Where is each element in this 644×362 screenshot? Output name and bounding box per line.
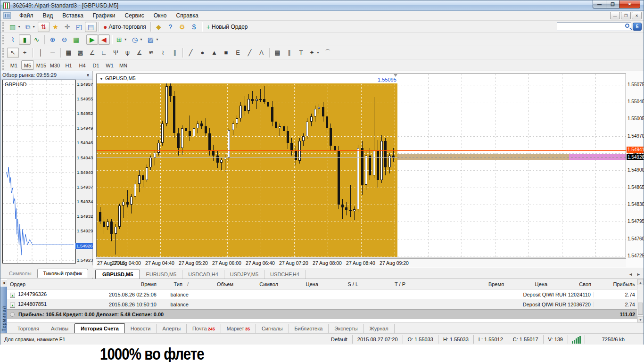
deposit-button[interactable]: $ [188, 22, 200, 32]
scroll-down-icon[interactable]: ▼ [637, 316, 644, 322]
candlestick-chart-button[interactable]: ▮ [19, 34, 31, 45]
column-header-6[interactable]: Цена [281, 281, 321, 287]
crosshair-button[interactable]: + [19, 48, 31, 58]
new-chart-button[interactable]: ▥▼ [7, 22, 23, 32]
terminal-close-icon[interactable]: x [1, 280, 7, 286]
table-row[interactable]: ▲12447963262015.08.26 02:25:06balanceDep… [7, 289, 638, 299]
chevron-down-icon[interactable]: ▼ [99, 77, 103, 81]
timeframe-m30-button[interactable]: M30 [49, 60, 61, 70]
terminal-tab-новости[interactable]: Новости [125, 324, 157, 333]
timeframe-w1-button[interactable]: W1 [103, 60, 116, 70]
fibo-time-zones-button[interactable]: ▩ [74, 48, 86, 58]
line-chart-button[interactable]: ∿ [31, 34, 42, 45]
gann-line-button[interactable]: ∟ [98, 48, 110, 58]
column-header-8[interactable]: T / P [361, 281, 408, 287]
menu-item-файл[interactable]: Файл [15, 11, 38, 20]
terminal-tab-почта[interactable]: Почта245 [187, 324, 221, 333]
terminal-tab-маркет[interactable]: Маркет35 [221, 324, 256, 333]
market-watch-tab-symbols[interactable]: Символы [3, 269, 37, 278]
terminal-tab-эксперты[interactable]: Эксперты [329, 324, 363, 333]
column-header-4[interactable]: Объем [191, 281, 236, 287]
toolbar-grip[interactable] [2, 35, 5, 44]
market-watch-close-icon[interactable]: x [85, 72, 91, 78]
zoom-in-button[interactable]: ⊕ [47, 34, 58, 45]
market-watch-button[interactable]: ⇅ [38, 22, 50, 32]
horizontal-line-button[interactable]: ─ [47, 48, 58, 58]
table-row[interactable]: ▲12448078512015.08.26 10:50:10balanceDep… [7, 299, 638, 309]
timeframe-mn-button[interactable]: MN [117, 60, 130, 70]
rectangle-button[interactable]: ■ [220, 48, 232, 58]
close-button[interactable]: ✕ [619, 0, 640, 8]
fibo-expansion-button[interactable]: Ε [232, 48, 244, 58]
fibo-arcs-button[interactable]: ≀ [157, 48, 169, 58]
menu-item-графики[interactable]: Графики [88, 11, 120, 20]
terminal-tab-журнал[interactable]: Журнал [364, 324, 395, 333]
timeframe-m15-button[interactable]: M15 [35, 60, 48, 70]
column-header-9[interactable]: Время [408, 281, 507, 287]
ellipse-button[interactable]: ● [197, 48, 208, 58]
triangle-button[interactable]: ▲ [208, 48, 220, 58]
tabs-scroll-right-icon[interactable]: ► [636, 272, 641, 277]
data-window-button[interactable]: ◰ [73, 22, 85, 32]
terminal-tab-активы[interactable]: Активы [45, 324, 74, 333]
vertical-line-button[interactable]: │ [35, 48, 47, 58]
new-order-button[interactable]: +Новый Ордер [204, 22, 250, 32]
scroll-up-icon[interactable]: ▲ [637, 279, 644, 285]
eraser-button[interactable]: ◆ [153, 22, 165, 32]
menu-item-вид[interactable]: Вид [38, 11, 58, 20]
navigator-button[interactable]: ★ [50, 22, 61, 32]
fibo-fan-button[interactable]: ≋ [145, 48, 157, 58]
trendline-button[interactable]: ╱ [244, 48, 256, 58]
chart-window-icon[interactable] [3, 12, 11, 19]
toolbar-grip[interactable] [2, 60, 5, 70]
chart-tab-usdchf-h4[interactable]: USDCHF,H4 [264, 270, 305, 279]
andrews-pitchfork-button[interactable]: Ψ [110, 48, 122, 58]
bar-chart-button[interactable]: ⌇ [7, 34, 19, 45]
tick-chart-panel[interactable]: GBPUSD [2, 80, 76, 263]
chart-tab-gbpusd-m5[interactable]: GBPUSD,M5 [95, 270, 140, 279]
tabs-scroll-left-icon[interactable]: ◄ [628, 272, 633, 277]
terminal-tab-сигналы[interactable]: Сигналы [256, 324, 289, 333]
dropdown-caret-icon[interactable]: ▼ [156, 38, 159, 41]
gann-fan-button[interactable]: ∠ [86, 48, 98, 58]
arrow-tools-button[interactable]: ✦▼ [307, 48, 322, 58]
trend-angle-button[interactable]: ∡ [133, 48, 145, 58]
column-header-7[interactable]: S / L [321, 281, 361, 287]
chart-tab-usdcad-h4[interactable]: USDCAD,H4 [182, 270, 224, 279]
cursor-button[interactable]: ↖ [7, 48, 19, 58]
accounts-button[interactable]: ⚙ [176, 22, 188, 32]
toolbar-grip[interactable] [2, 22, 5, 32]
terminal-panel-button[interactable]: ▤ [85, 22, 97, 32]
menu-item-окно[interactable]: Окно [149, 11, 172, 20]
schiff-pitchfork-button[interactable]: ψ [122, 48, 133, 58]
column-header-2[interactable]: Время [97, 281, 159, 287]
search-icon[interactable] [625, 24, 629, 28]
minimize-button[interactable]: — [593, 0, 606, 8]
chart-plot-area[interactable]: ▼GBPUSD,M5 1.55095 [96, 74, 626, 257]
mdi-restore-button[interactable]: ❐ [621, 12, 631, 19]
profiles-button[interactable]: ⧉▼ [23, 22, 38, 32]
timeframe-h1-button[interactable]: H1 [62, 60, 75, 70]
column-header-12[interactable]: Прибыль [594, 281, 638, 287]
crosshair-window-button[interactable]: ✛ [61, 22, 73, 32]
terminal-tab-торговля[interactable]: Торговля [12, 324, 45, 333]
auto-scroll-button[interactable]: ▶ [86, 34, 98, 45]
templates-button[interactable]: ▨▼ [145, 34, 161, 45]
text-label-button[interactable]: A [256, 48, 267, 58]
fibo-parallel-button[interactable]: ∥ [283, 48, 295, 58]
indicators-button[interactable]: ⊞▼ [114, 34, 130, 45]
autotrading-button[interactable]: ●Авто-торговля [101, 22, 149, 32]
terminal-tab-библиотека[interactable]: Библиотека [289, 324, 329, 333]
fibo-periods-button[interactable]: ▤ [272, 48, 283, 58]
fibo-grid-button[interactable]: ▦ [63, 48, 74, 58]
fibo-arc-button[interactable]: ⌒ [322, 48, 334, 58]
timeframe-m1-button[interactable]: M1 [8, 60, 20, 70]
dropdown-caret-icon[interactable]: ▼ [17, 25, 21, 28]
menu-item-справка[interactable]: Справка [172, 11, 203, 20]
column-header-5[interactable]: Символ [236, 281, 281, 287]
scrollbar-thumb[interactable] [638, 303, 643, 315]
column-header-1[interactable]: Ордер [7, 281, 97, 287]
timeframe-m5-button[interactable]: M5 [21, 60, 34, 70]
terminal-scrollbar[interactable]: ▲ ▼ [637, 279, 644, 322]
help-button[interactable]: ? [165, 22, 176, 32]
